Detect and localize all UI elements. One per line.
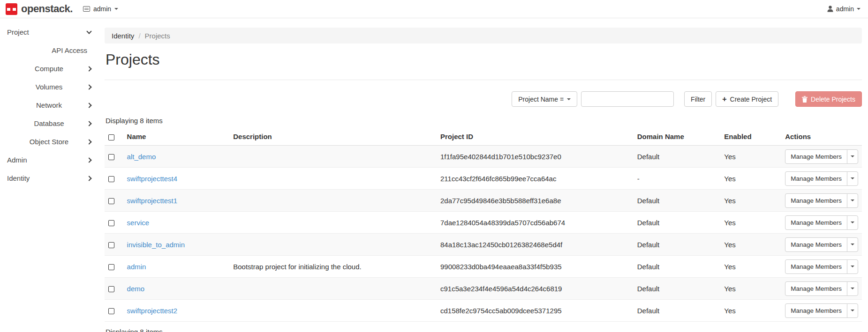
sidebar-item-admin[interactable]: Admin <box>0 151 96 169</box>
project-description <box>229 234 437 256</box>
project-name-link[interactable]: service <box>127 219 150 227</box>
chevron-down-icon <box>851 199 854 201</box>
divider <box>105 80 862 80</box>
filter-field-label: Project Name = <box>518 96 564 103</box>
row-actions: Manage Members <box>785 237 858 252</box>
chevron-down-icon <box>851 243 854 245</box>
manage-members-button[interactable]: Manage Members <box>785 171 847 186</box>
top-bar: openstack. admin admin <box>0 0 868 18</box>
row-checkbox[interactable] <box>108 308 114 314</box>
project-description <box>229 278 437 300</box>
user-menu[interactable]: admin <box>827 5 860 13</box>
row-actions-dropdown[interactable] <box>847 259 858 274</box>
row-actions-dropdown[interactable] <box>847 303 858 318</box>
filter-field-dropdown[interactable]: Project Name = <box>512 91 577 107</box>
create-project-label: Create Project <box>730 96 772 103</box>
manage-members-button[interactable]: Manage Members <box>785 281 847 296</box>
select-all-checkbox[interactable] <box>108 134 114 140</box>
manage-members-button[interactable]: Manage Members <box>785 193 847 208</box>
manage-members-button[interactable]: Manage Members <box>785 149 847 164</box>
sidebar-nav: Project API Access Compute Volumes Netwo… <box>0 18 96 332</box>
project-name-link[interactable]: admin <box>127 263 146 271</box>
filter-input[interactable] <box>581 91 674 107</box>
sidebar-item-object-store[interactable]: Object Store <box>0 133 96 151</box>
project-id: 2da77c95d49846e3b5b588eff31e6a8e <box>437 190 634 212</box>
sidebar-item-label: Network <box>7 101 87 109</box>
row-actions: Manage Members <box>785 303 858 318</box>
project-name-link[interactable]: swiftprojecttest2 <box>127 307 178 315</box>
project-domain: Default <box>634 146 721 168</box>
col-header-domain-name: Domain Name <box>634 129 721 146</box>
row-actions-dropdown[interactable] <box>847 215 858 230</box>
project-domain: Default <box>634 234 721 256</box>
project-domain: Default <box>634 212 721 234</box>
table-row: demo c91c5a3e234f4e4596a54d4c264c6819 De… <box>105 278 862 300</box>
chevron-down-icon <box>567 98 571 100</box>
project-description <box>229 168 437 190</box>
manage-members-button[interactable]: Manage Members <box>785 215 847 230</box>
sidebar-item-api-access[interactable]: API Access <box>0 41 96 59</box>
row-checkbox[interactable] <box>108 220 114 226</box>
breadcrumb-separator: / <box>138 32 140 40</box>
project-context-menu[interactable]: admin <box>83 5 118 13</box>
row-checkbox[interactable] <box>108 176 114 182</box>
openstack-brand[interactable]: openstack. <box>6 3 73 15</box>
delete-projects-button[interactable]: Delete Projects <box>795 91 862 107</box>
project-name-link[interactable]: alt_demo <box>127 153 156 161</box>
project-name-link[interactable]: swiftprojecttest1 <box>127 197 178 205</box>
brand-text: openstack. <box>21 3 73 15</box>
row-actions-dropdown[interactable] <box>847 237 858 252</box>
row-actions: Manage Members <box>785 149 858 164</box>
row-actions-dropdown[interactable] <box>847 193 858 208</box>
project-name-link[interactable]: swiftprojecttest4 <box>127 175 178 183</box>
project-enabled: Yes <box>720 278 781 300</box>
project-id: 211cc43cf2f646fc865b99ee7cca64ac <box>437 168 634 190</box>
sidebar-item-database[interactable]: Database <box>0 114 96 133</box>
row-actions-dropdown[interactable] <box>847 281 858 296</box>
breadcrumb: Identity / Projects <box>105 28 862 44</box>
col-header-project-id: Project ID <box>437 129 634 146</box>
row-checkbox[interactable] <box>108 198 114 204</box>
table-controls: Project Name = Filter + Create Project D… <box>105 91 862 107</box>
manage-members-button[interactable]: Manage Members <box>785 237 847 252</box>
chevron-down-icon <box>851 155 854 157</box>
table-row: swiftprojecttest1 2da77c95d49846e3b5b588… <box>105 190 862 212</box>
row-actions-dropdown[interactable] <box>847 171 858 186</box>
row-checkbox[interactable] <box>108 264 114 270</box>
project-name-link[interactable]: invisible_to_admin <box>127 241 185 249</box>
project-enabled: Yes <box>720 300 781 322</box>
row-actions: Manage Members <box>785 193 858 208</box>
chevron-down-icon <box>851 266 854 267</box>
breadcrumb-identity[interactable]: Identity <box>112 32 134 40</box>
sidebar-item-label: Volumes <box>7 83 87 91</box>
sidebar-item-identity[interactable]: Identity <box>0 169 96 187</box>
col-header-name[interactable]: Name <box>123 129 230 146</box>
chevron-icon <box>86 139 91 144</box>
row-actions: Manage Members <box>785 171 858 186</box>
filter-button[interactable]: Filter <box>684 91 712 107</box>
manage-members-button[interactable]: Manage Members <box>785 303 847 318</box>
sidebar-item-label: Database <box>7 119 87 127</box>
sidebar-item-compute[interactable]: Compute <box>0 59 96 78</box>
project-enabled: Yes <box>720 256 781 278</box>
row-actions-dropdown[interactable] <box>847 149 858 164</box>
col-header-actions: Actions <box>781 129 862 146</box>
row-checkbox[interactable] <box>108 286 114 292</box>
openstack-logo-icon <box>6 3 17 15</box>
projects-table: Name Description Project ID Domain Name … <box>105 129 862 322</box>
sidebar-item-network[interactable]: Network <box>0 96 96 114</box>
sidebar-item-project[interactable]: Project <box>0 23 96 41</box>
chevron-icon <box>86 103 91 108</box>
plus-icon: + <box>722 96 726 103</box>
row-checkbox[interactable] <box>108 154 114 160</box>
project-id: c91c5a3e234f4e4596a54d4c264c6819 <box>437 278 634 300</box>
sidebar-item-volumes[interactable]: Volumes <box>0 78 96 96</box>
col-header-enabled: Enabled <box>720 129 781 146</box>
create-project-button[interactable]: + Create Project <box>716 91 778 107</box>
row-actions: Manage Members <box>785 259 858 274</box>
row-checkbox[interactable] <box>108 242 114 248</box>
manage-members-button[interactable]: Manage Members <box>785 259 847 274</box>
delete-projects-label: Delete Projects <box>811 96 855 103</box>
project-name-link[interactable]: demo <box>127 285 145 293</box>
chevron-down-icon <box>851 310 854 311</box>
